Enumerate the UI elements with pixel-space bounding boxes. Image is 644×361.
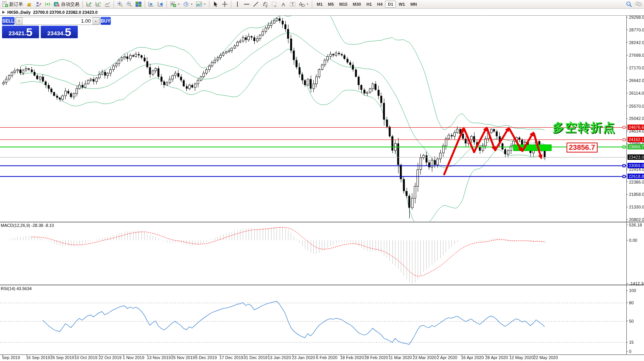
chart-shift-button[interactable] (85, 1, 93, 8)
timeframe-m30[interactable]: M30 (350, 1, 364, 8)
step-back-button[interactable] (156, 1, 165, 8)
search-button[interactable] (625, 1, 633, 8)
timeframe-w1[interactable]: W1 (396, 1, 408, 8)
date-tick: 28 Apr 2020 (485, 355, 508, 360)
trendline-button[interactable] (252, 1, 260, 8)
chart-type-button[interactable]: ▼ (195, 1, 207, 8)
pivot-annotation-text: 多空转折点 (552, 120, 616, 136)
crosshair-button[interactable] (221, 1, 229, 8)
toolbar-separator (166, 1, 167, 8)
grid-icon: F (271, 1, 277, 7)
zoom-in-button[interactable] (116, 1, 124, 8)
buy-price-fraction: 5 (65, 27, 71, 38)
chat-button[interactable] (634, 1, 643, 8)
price-tick: 27698.0 (629, 53, 644, 57)
chart-ohlc-values: 23700.0 23700.0 23382.0 23423.0 (33, 10, 97, 15)
date-tick: 11 Mar 2020 (389, 355, 412, 360)
price-level-label[interactable]: 23856.7 (567, 143, 598, 153)
timeframe-m1[interactable]: M1 (314, 1, 325, 8)
text-button[interactable]: A (279, 1, 288, 8)
support-zone-rectangle[interactable] (513, 144, 552, 151)
new-order-button[interactable]: 新订单 (1, 1, 24, 8)
buy-button[interactable]: BUY (100, 17, 111, 25)
vertical-line-icon (234, 1, 240, 7)
text-label-icon: T (290, 1, 296, 7)
vertical-line-button[interactable] (233, 1, 242, 8)
trendline-icon (253, 1, 259, 7)
rsi-tick: 15 (629, 340, 634, 345)
toolbar-separator (114, 1, 114, 8)
date-tick: 12 May 2020 (509, 355, 534, 360)
chart-canvas[interactable] (0, 0, 644, 361)
price-tick: 22386.0 (629, 180, 644, 184)
chart-type-icon (196, 1, 202, 7)
buy-price-button[interactable]: 23434.5 (41, 26, 78, 38)
timeframe-h1[interactable]: H1 (364, 1, 374, 8)
timeframe-h4[interactable]: H4 (374, 1, 385, 8)
timeframe-m15[interactable]: M15 (336, 1, 350, 8)
auto-scroll-button[interactable] (94, 1, 102, 8)
chart-title-icon (2, 11, 5, 14)
macd-label: MACD(12,26,9) -28.38 -8.10 (1, 223, 54, 228)
date-tick: 10 Oct 2019 (74, 355, 97, 360)
volume-increase-button[interactable]: ▲ (92, 17, 99, 25)
timeframe-mn[interactable]: MN (408, 1, 420, 8)
volume-decrease-button[interactable]: ▼ (16, 17, 23, 25)
toolbar-separator (209, 1, 209, 8)
step-forward-icon (148, 1, 154, 7)
date-tick: 22 Oct 2019 (99, 355, 122, 360)
date-tick: 22 May 2020 (534, 355, 558, 360)
fibonacci-button[interactable]: fE (261, 1, 269, 8)
date-tick: 5 Dec 2019 (195, 355, 217, 360)
volume-input[interactable] (23, 17, 92, 25)
new-chart-button[interactable]: ▼ (169, 1, 181, 8)
toolbar-separator (231, 1, 231, 8)
rsi-tick: 100 (629, 288, 636, 293)
toolbar-separator (312, 1, 312, 8)
shapes-button[interactable]: ▼ (298, 1, 310, 8)
strategy-tester-button[interactable] (34, 1, 43, 8)
timeframe-d1[interactable]: D1 (385, 1, 396, 8)
horizontal-line-button[interactable] (242, 1, 251, 8)
step-forward-button[interactable] (147, 1, 155, 8)
date-tick: 23 Jan 2020 (292, 355, 315, 360)
price-tick: 27170.0 (629, 66, 644, 70)
zoom-out-icon (126, 1, 132, 7)
macd-tick: 536.18 (629, 223, 642, 227)
chart-title: HK50-,Daily 23700.0 23700.0 23382.0 2342… (2, 10, 97, 15)
shapes-icon (299, 1, 305, 7)
rsi-tick: 50 (629, 319, 634, 323)
market-watch-button[interactable] (25, 1, 33, 8)
price-tick: 26642.0 (629, 78, 644, 83)
tile-windows-button[interactable] (134, 1, 143, 8)
macd-tick: -1412.34 (629, 281, 644, 286)
date-tick: 16 Apr 2020 (461, 355, 484, 360)
price-tick: 21330.0 (629, 205, 644, 209)
tile-windows-icon (135, 1, 142, 7)
periods-button[interactable]: ▼ (182, 1, 194, 8)
price-level-badge: 24162.1 (628, 137, 644, 142)
dropdown-arrow-icon: ▼ (306, 3, 309, 5)
zoom-out-button[interactable] (125, 1, 133, 8)
timeframe-m5[interactable]: M5 (325, 1, 336, 8)
sell-button[interactable]: SELL (2, 17, 15, 25)
date-tick: 23 Mar 2020 (413, 355, 436, 360)
dropdown-arrow-icon: ▼ (204, 3, 206, 5)
cursor-button[interactable] (211, 1, 220, 8)
new-chart-icon (170, 1, 176, 7)
date-tick: 26 Sep 2019 (50, 355, 74, 360)
autotrading-button[interactable]: 自动交易 (53, 1, 81, 8)
grid-button[interactable]: F (270, 1, 278, 8)
indicators-button[interactable] (103, 1, 112, 8)
toolbar-separator (82, 1, 83, 8)
dropdown-arrow-icon: ▼ (178, 3, 180, 5)
gold-icon (26, 1, 32, 7)
toolbar-separator (145, 1, 145, 8)
step-back-icon (157, 1, 163, 7)
text-label-button[interactable]: T (288, 1, 297, 8)
crosshair-icon (222, 1, 228, 7)
date-tick: 31 Dec 2019 (244, 355, 267, 360)
sell-price-button[interactable]: 23421.5 (2, 26, 39, 38)
rsi-tick: 80 (629, 300, 634, 305)
signals-button[interactable] (43, 1, 52, 8)
